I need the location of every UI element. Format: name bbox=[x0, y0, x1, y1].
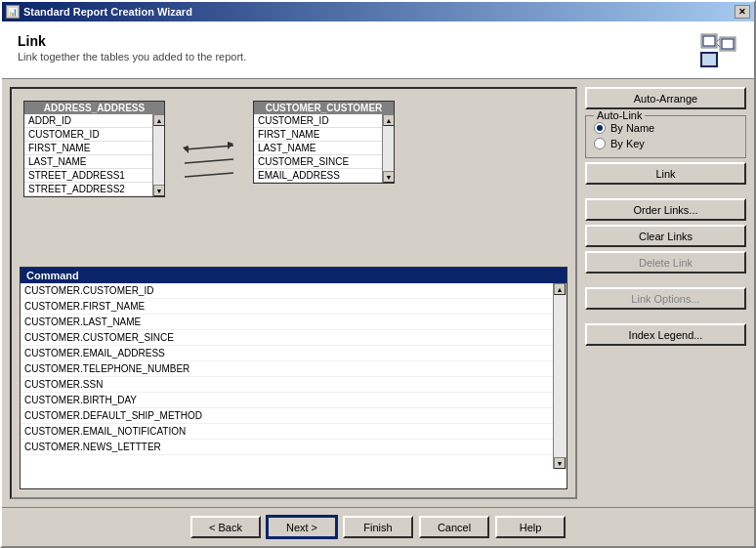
customer-scroll-down[interactable]: ▼ bbox=[383, 171, 394, 183]
cmd-field-7[interactable]: CUSTOMER.BIRTH_DAY bbox=[21, 393, 553, 408]
address-scroll-up[interactable]: ▲ bbox=[153, 114, 164, 126]
cmd-field-0[interactable]: CUSTOMER.CUSTOMER_ID bbox=[21, 283, 553, 299]
separator-3 bbox=[585, 314, 746, 319]
command-scroll-up[interactable]: ▲ bbox=[554, 283, 566, 295]
radio-by-name-circle[interactable] bbox=[594, 122, 606, 134]
svg-line-8 bbox=[185, 146, 233, 149]
radio-by-name[interactable]: By Name bbox=[594, 122, 737, 134]
window-icon: 📊 bbox=[6, 5, 20, 19]
field-street2-addr[interactable]: STREET_ADDRESS2 bbox=[24, 183, 152, 196]
clear-links-button[interactable]: Clear Links bbox=[585, 225, 746, 247]
field-first-name-cust[interactable]: FIRST_NAME bbox=[254, 128, 382, 142]
address-scrollbar[interactable]: ▲ ▼ bbox=[152, 114, 164, 196]
cmd-field-1[interactable]: CUSTOMER.FIRST_NAME bbox=[21, 299, 553, 315]
cmd-field-8[interactable]: CUSTOMER.DEFAULT_SHIP_METHOD bbox=[21, 408, 553, 424]
separator-1 bbox=[585, 189, 746, 194]
close-button[interactable]: ✕ bbox=[735, 5, 750, 19]
header-section: Link Link together the tables you added … bbox=[2, 21, 754, 79]
customer-table: CUSTOMER_CUSTOMER CUSTOMER_ID FIRST_NAME… bbox=[253, 101, 395, 184]
main-window: 📊 Standard Report Creation Wizard ✕ Link… bbox=[0, 0, 756, 548]
title-bar: 📊 Standard Report Creation Wizard ✕ bbox=[2, 2, 754, 21]
svg-line-12 bbox=[185, 173, 233, 177]
customer-scroll-track[interactable] bbox=[383, 126, 394, 171]
auto-link-group: Auto-Link By Name By Key bbox=[585, 115, 746, 158]
address-scroll-down[interactable]: ▼ bbox=[153, 185, 164, 196]
delete-link-button[interactable]: Delete Link bbox=[585, 251, 746, 274]
cancel-button[interactable]: Cancel bbox=[419, 516, 489, 538]
separator-2 bbox=[585, 277, 746, 283]
next-button[interactable]: Next > bbox=[267, 516, 337, 538]
link-button[interactable]: Link bbox=[585, 162, 746, 185]
customer-table-fields: CUSTOMER_ID FIRST_NAME LAST_NAME CUSTOME… bbox=[254, 114, 382, 183]
command-body: CUSTOMER.CUSTOMER_ID CUSTOMER.FIRST_NAME… bbox=[21, 283, 567, 469]
back-button[interactable]: < Back bbox=[190, 516, 261, 538]
cmd-field-6[interactable]: CUSTOMER.SSN bbox=[21, 377, 553, 393]
right-panel: Auto-Arrange Auto-Link By Name By Key Li… bbox=[585, 87, 746, 499]
field-last-name-addr[interactable]: LAST_NAME bbox=[24, 155, 152, 169]
index-legend-button[interactable]: Index Legend... bbox=[585, 323, 746, 346]
title-bar-left: 📊 Standard Report Creation Wizard bbox=[6, 5, 192, 19]
header-subtitle: Link together the tables you added to th… bbox=[18, 51, 246, 63]
address-table-header: ADDRESS_ADDRESS bbox=[24, 102, 164, 114]
header-title: Link bbox=[18, 33, 246, 49]
field-customer-id-addr[interactable]: CUSTOMER_ID bbox=[24, 128, 152, 142]
command-header: Command bbox=[21, 268, 567, 283]
command-scroll-track[interactable] bbox=[554, 295, 567, 457]
tables-area: ADDRESS_ADDRESS ADDR_ID CUSTOMER_ID FIRS… bbox=[20, 97, 567, 261]
cmd-field-5[interactable]: CUSTOMER.TELEPHONE_NUMBER bbox=[21, 361, 553, 377]
bottom-bar: < Back Next > Finish Cancel Help bbox=[2, 507, 754, 546]
window-title: Standard Report Creation Wizard bbox=[23, 6, 192, 18]
command-scrollbar[interactable]: ▲ ▼ bbox=[553, 283, 567, 469]
cmd-field-2[interactable]: CUSTOMER.LAST_NAME bbox=[21, 315, 553, 330]
svg-line-11 bbox=[185, 159, 233, 163]
field-email-address[interactable]: EMAIL_ADDRESS bbox=[254, 169, 382, 183]
cmd-field-3[interactable]: CUSTOMER.CUSTOMER_SINCE bbox=[21, 330, 553, 346]
link-options-button[interactable]: Link Options... bbox=[585, 287, 746, 310]
radio-by-name-dot bbox=[597, 125, 603, 131]
header-text: Link Link together the tables you added … bbox=[18, 33, 246, 63]
command-scroll-down[interactable]: ▼ bbox=[554, 457, 566, 469]
svg-rect-3 bbox=[722, 39, 734, 49]
address-table-body: ADDR_ID CUSTOMER_ID FIRST_NAME LAST_NAME… bbox=[24, 114, 164, 196]
field-customer-id[interactable]: CUSTOMER_ID bbox=[254, 114, 382, 128]
radio-by-key-circle[interactable] bbox=[594, 138, 606, 149]
cmd-field-4[interactable]: CUSTOMER.EMAIL_ADDRESS bbox=[21, 346, 553, 361]
order-links-button[interactable]: Order Links... bbox=[585, 198, 746, 221]
cmd-field-10[interactable]: CUSTOMER.NEWS_LETTTER bbox=[21, 440, 553, 455]
svg-marker-9 bbox=[183, 146, 189, 153]
link-lines-svg bbox=[185, 130, 233, 257]
auto-link-group-label: Auto-Link bbox=[594, 109, 645, 121]
link-connector bbox=[185, 101, 233, 257]
field-first-name-addr[interactable]: FIRST_NAME bbox=[24, 142, 152, 155]
field-last-name-cust[interactable]: LAST_NAME bbox=[254, 142, 382, 155]
auto-arrange-button[interactable]: Auto-Arrange bbox=[585, 87, 746, 109]
field-addr-id[interactable]: ADDR_ID bbox=[24, 114, 152, 128]
command-fields: CUSTOMER.CUSTOMER_ID CUSTOMER.FIRST_NAME… bbox=[21, 283, 553, 469]
address-table-fields: ADDR_ID CUSTOMER_ID FIRST_NAME LAST_NAME… bbox=[24, 114, 152, 196]
customer-table-header: CUSTOMER_CUSTOMER bbox=[254, 102, 394, 114]
main-content: ADDRESS_ADDRESS ADDR_ID CUSTOMER_ID FIRS… bbox=[2, 79, 754, 507]
radio-by-name-label: By Name bbox=[610, 122, 654, 134]
customer-scroll-up[interactable]: ▲ bbox=[383, 114, 394, 126]
radio-by-key-label: By Key bbox=[610, 138, 645, 149]
address-scroll-track[interactable] bbox=[153, 126, 164, 185]
svg-rect-1 bbox=[703, 36, 715, 46]
field-customer-since[interactable]: CUSTOMER_SINCE bbox=[254, 155, 382, 169]
wizard-icon bbox=[699, 33, 738, 68]
customer-table-body: CUSTOMER_ID FIRST_NAME LAST_NAME CUSTOME… bbox=[254, 114, 394, 183]
svg-rect-7 bbox=[703, 55, 715, 64]
help-button[interactable]: Help bbox=[495, 516, 566, 538]
diagram-panel: ADDRESS_ADDRESS ADDR_ID CUSTOMER_ID FIRS… bbox=[10, 87, 577, 499]
customer-scrollbar[interactable]: ▲ ▼ bbox=[382, 114, 394, 183]
command-area: Command CUSTOMER.CUSTOMER_ID CUSTOMER.FI… bbox=[20, 267, 567, 489]
address-table: ADDRESS_ADDRESS ADDR_ID CUSTOMER_ID FIRS… bbox=[23, 101, 165, 197]
cmd-field-9[interactable]: CUSTOMER.EMAIL_NOTIFICATION bbox=[21, 424, 553, 440]
field-street1-addr[interactable]: STREET_ADDRESS1 bbox=[24, 169, 152, 183]
radio-by-key[interactable]: By Key bbox=[594, 138, 737, 149]
finish-button[interactable]: Finish bbox=[343, 516, 413, 538]
